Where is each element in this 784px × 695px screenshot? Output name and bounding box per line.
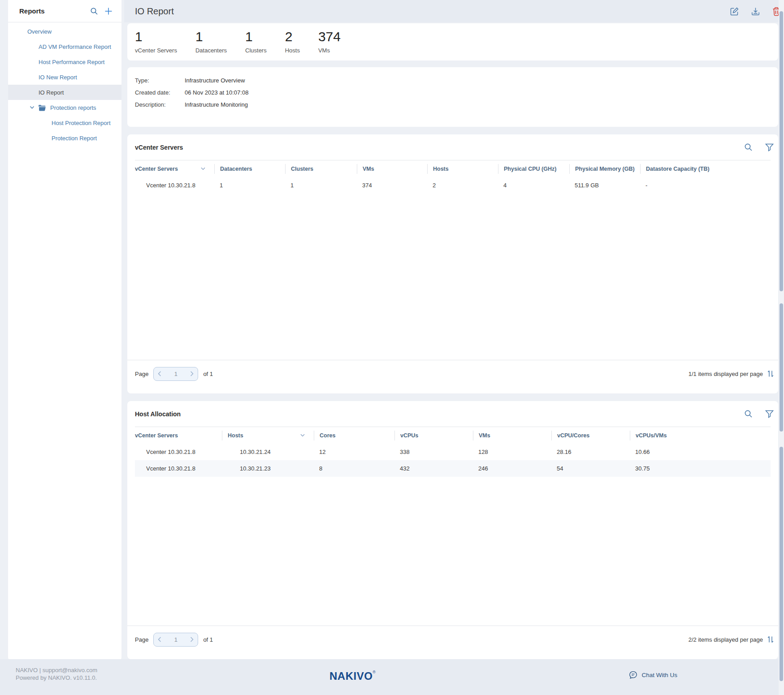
chat-with-us-button[interactable]: Chat With Us: [629, 671, 677, 679]
column-label: Cores: [320, 432, 335, 439]
download-report-icon[interactable]: [751, 7, 760, 16]
sidebar-item-protection-reports[interactable]: Protection reports: [8, 100, 121, 115]
column-header-vms[interactable]: VMs: [357, 164, 427, 174]
cell-vcenter-server: Vcenter 10.30.21.8: [135, 465, 222, 472]
current-page-number[interactable]: 1: [174, 636, 178, 643]
vcenter-servers-card: vCenter Servers vCenter Servers: [127, 134, 778, 393]
column-header-vcpus-vms[interactable]: vCPUs/VMs: [630, 431, 771, 440]
items-per-page-text: 2/2 items displayed per page: [689, 636, 763, 643]
page-label: Page: [135, 636, 148, 643]
column-header-datacenters[interactable]: Datacenters: [214, 164, 285, 174]
sidebar-item-label: Overview: [27, 28, 52, 35]
page-of-label: of 1: [203, 371, 213, 377]
report-info-card: Type: Infrastructure Overview Created da…: [127, 67, 778, 127]
column-label: vCPUs/VMs: [636, 432, 667, 439]
cell-physical-memory: 511.9 GB: [569, 182, 640, 189]
sidebar-item-io-report[interactable]: IO Report: [8, 85, 121, 100]
page-stepper: 1: [153, 367, 198, 381]
column-header-hosts[interactable]: Hosts: [222, 431, 314, 440]
next-page-button[interactable]: [190, 371, 194, 376]
filter-icon[interactable]: [765, 410, 774, 418]
sidebar-item-overview[interactable]: Overview: [8, 24, 121, 39]
previous-page-button[interactable]: [158, 371, 161, 376]
sidebar-item-io-new-report[interactable]: IO New Report: [8, 69, 121, 85]
stat-label: Clusters: [245, 47, 267, 54]
app-footer: NAKIVO | support@nakivo.com Powered by N…: [0, 659, 784, 695]
vertical-scrollbar[interactable]: [779, 0, 784, 695]
cell-host: 10.30.21.23: [222, 465, 314, 472]
column-header-clusters[interactable]: Clusters: [285, 164, 357, 174]
items-per-page-icon[interactable]: [767, 370, 774, 377]
host-allocation-card: Host Allocation vCenter Servers Hosts: [127, 401, 778, 659]
column-header-vcpus[interactable]: vCPUs: [394, 431, 473, 440]
sort-chevron-down-icon: [201, 167, 205, 170]
column-label: Datacenters: [220, 166, 252, 172]
scrollbar-thumb[interactable]: [780, 447, 783, 681]
column-header-physical-cpu[interactable]: Physical CPU (GHz): [498, 164, 569, 174]
column-header-cores[interactable]: Cores: [314, 431, 394, 440]
vcenter-pagination: Page 1 of 1 1/1 items displayed per page: [127, 360, 778, 393]
reports-page: Reports Overview AD VM Performance Repor…: [0, 0, 784, 695]
filter-icon[interactable]: [765, 143, 774, 151]
info-row-type: Type: Infrastructure Overview: [135, 74, 771, 86]
items-per-page-icon[interactable]: [767, 636, 774, 643]
column-label: Hosts: [433, 166, 449, 172]
sidebar-item-protection-report[interactable]: Protection Report: [8, 130, 121, 146]
cell-hosts: 2: [427, 182, 498, 189]
stat-vms: 374 VMs: [318, 29, 341, 55]
search-icon[interactable]: [744, 143, 753, 151]
column-header-vms[interactable]: VMs: [473, 431, 551, 440]
add-report-icon[interactable]: [104, 7, 113, 15]
info-value: Infrastructure Overview: [185, 77, 245, 84]
cell-vcpus: 338: [394, 449, 473, 455]
scrollbar-thumb[interactable]: [780, 11, 783, 291]
column-header-vcenter-servers[interactable]: vCenter Servers: [135, 164, 214, 174]
column-label: vCenter Servers: [135, 166, 178, 172]
column-header-hosts[interactable]: Hosts: [427, 164, 498, 174]
next-page-button[interactable]: [190, 637, 194, 642]
column-label: Clusters: [291, 166, 313, 172]
vcenter-card-header: vCenter Servers: [127, 134, 778, 160]
sidebar-item-host-performance-report[interactable]: Host Performance Report: [8, 54, 121, 69]
cell-clusters: 1: [285, 182, 357, 189]
stat-value: 2: [285, 29, 300, 44]
current-page-number[interactable]: 1: [174, 371, 178, 377]
search-icon[interactable]: [90, 7, 98, 15]
edit-report-icon[interactable]: [730, 7, 739, 16]
page-stepper: 1: [153, 633, 198, 647]
stat-clusters: 1 Clusters: [245, 29, 267, 55]
sidebar-item-label: AD VM Performance Report: [39, 43, 111, 50]
cell-vcpus-vms: 30.75: [630, 465, 771, 472]
cell-vcpus-vms: 10.66: [630, 449, 771, 455]
search-icon[interactable]: [744, 410, 753, 418]
sidebar-item-label: IO Report: [39, 89, 64, 96]
page-title: IO Report: [124, 6, 730, 17]
chat-bubble-icon: [629, 671, 637, 679]
previous-page-button[interactable]: [158, 637, 161, 642]
column-header-vcpu-cores[interactable]: vCPU/Cores: [551, 431, 630, 440]
column-header-physical-memory[interactable]: Physical Memory (GB): [569, 164, 640, 174]
info-value: Infrastructure Monitoring: [185, 101, 248, 108]
sidebar-header: Reports: [8, 0, 121, 22]
scrollbar-thumb[interactable]: [780, 303, 783, 432]
section-title: vCenter Servers: [135, 144, 732, 151]
stat-value: 1: [135, 29, 177, 44]
stat-label: Hosts: [285, 47, 300, 54]
stat-value: 1: [195, 29, 227, 44]
sidebar-item-label: Protection reports: [50, 104, 96, 111]
chevron-down-icon[interactable]: [30, 106, 35, 109]
column-label: vCPU/Cores: [557, 432, 589, 439]
cell-vms: 246: [473, 465, 551, 472]
info-label: Description:: [135, 101, 185, 108]
nakivo-logo-text: NAKIVO: [329, 670, 373, 682]
cell-vcenter-server: Vcenter 10.30.21.8: [135, 182, 214, 189]
sidebar-item-ad-vm-performance-report[interactable]: AD VM Performance Report: [8, 39, 121, 54]
column-label: Physical CPU (GHz): [504, 166, 556, 172]
vcenter-servers-table: vCenter Servers Datacenters Clusters VMs: [127, 160, 778, 360]
stat-value: 1: [245, 29, 267, 44]
cell-vcpu-cores: 28.16: [551, 449, 630, 455]
stat-value: 374: [318, 29, 341, 44]
sidebar-item-host-protection-report[interactable]: Host Protection Report: [8, 115, 121, 130]
column-header-datastore-capacity[interactable]: Datastore Capacity (TB): [640, 164, 771, 174]
column-header-vcenter-servers[interactable]: vCenter Servers: [135, 431, 222, 440]
